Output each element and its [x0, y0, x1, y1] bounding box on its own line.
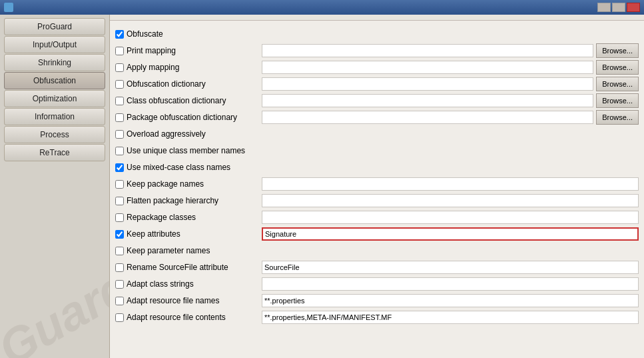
option-label-use-mixed-case-class-names[interactable]: Use mixed-case class names: [115, 163, 262, 172]
text-input-adapt-class-strings[interactable]: [262, 277, 639, 291]
text-input-apply-mapping[interactable]: [262, 61, 593, 74]
option-row-package-obfuscation-dictionary: Package obfuscation dictionaryBrowse...: [115, 110, 639, 125]
option-label-rename-sourcefile-attribute[interactable]: Rename SourceFile attribute: [115, 263, 262, 272]
options-content[interactable]: ObfuscatePrint mappingBrowse...Apply map…: [110, 21, 644, 358]
input-wrap-apply-mapping: Browse...: [262, 60, 639, 75]
option-label-overload-aggressively[interactable]: Overload aggressively: [115, 129, 262, 139]
option-row-keep-package-names: Keep package names: [115, 177, 639, 191]
option-row-apply-mapping: Apply mappingBrowse...: [115, 60, 639, 75]
option-row-rename-sourcefile-attribute: Rename SourceFile attribute: [115, 260, 639, 275]
app-icon: [4, 3, 13, 12]
minimize-button[interactable]: [597, 3, 611, 12]
input-wrap-adapt-resource-file-contents: [262, 311, 639, 324]
text-input-keep-package-names[interactable]: [262, 177, 639, 191]
option-row-adapt-resource-file-names: Adapt resource file names: [115, 293, 639, 308]
text-input-flatten-package-hierarchy[interactable]: [262, 194, 639, 207]
input-wrap-adapt-resource-file-names: [262, 294, 639, 307]
sidebar-watermark: Guard: [0, 258, 110, 358]
sidebar-item-information[interactable]: Information: [4, 108, 105, 125]
text-input-keep-attributes[interactable]: [262, 227, 639, 241]
sidebar-item-input-output[interactable]: Input/Output: [4, 36, 105, 53]
text-input-rename-sourcefile-attribute[interactable]: [262, 261, 639, 274]
browse-button-print-mapping[interactable]: Browse...: [596, 43, 639, 58]
option-row-obfuscation-dictionary: Obfuscation dictionaryBrowse...: [115, 77, 639, 91]
checkbox-flatten-package-hierarchy[interactable]: [115, 197, 124, 205]
option-row-use-mixed-case-class-names: Use mixed-case class names: [115, 160, 639, 175]
input-wrap-flatten-package-hierarchy: [262, 194, 639, 207]
title-bar: [0, 0, 644, 15]
checkbox-overload-aggressively[interactable]: [115, 130, 124, 139]
option-row-flatten-package-hierarchy: Flatten package hierarchy: [115, 193, 639, 208]
option-label-keep-attributes[interactable]: Keep attributes: [115, 229, 262, 239]
checkbox-print-mapping[interactable]: [115, 47, 124, 55]
sidebar-item-optimization[interactable]: Optimization: [4, 90, 105, 107]
maximize-button[interactable]: [612, 3, 625, 12]
option-row-print-mapping: Print mappingBrowse...: [115, 43, 639, 58]
option-row-obfuscate: Obfuscate: [115, 27, 639, 41]
sidebar-item-shrinking[interactable]: Shrinking: [4, 54, 105, 71]
checkbox-keep-package-names[interactable]: [115, 180, 124, 189]
text-input-adapt-resource-file-contents[interactable]: [262, 311, 639, 324]
option-label-obfuscate[interactable]: Obfuscate: [115, 29, 262, 39]
option-label-adapt-resource-file-contents[interactable]: Adapt resource file contents: [115, 313, 262, 322]
checkbox-keep-parameter-names[interactable]: [115, 247, 124, 255]
option-row-use-unique-class-member-names: Use unique class member names: [115, 143, 639, 158]
option-label-use-unique-class-member-names[interactable]: Use unique class member names: [115, 146, 262, 155]
browse-button-apply-mapping[interactable]: Browse...: [596, 60, 639, 75]
input-wrap-print-mapping: Browse...: [262, 43, 639, 58]
checkbox-apply-mapping[interactable]: [115, 63, 124, 72]
options-header: [110, 15, 644, 21]
input-wrap-package-obfuscation-dictionary: Browse...: [262, 110, 639, 125]
window-controls: [597, 3, 640, 12]
option-row-overload-aggressively: Overload aggressively: [115, 127, 639, 141]
checkbox-package-obfuscation-dictionary[interactable]: [115, 113, 124, 122]
option-row-keep-parameter-names: Keep parameter names: [115, 243, 639, 258]
sidebar-item-process[interactable]: Process: [4, 126, 105, 143]
checkbox-rename-sourcefile-attribute[interactable]: [115, 263, 124, 272]
text-input-repackage-classes[interactable]: [262, 211, 639, 224]
input-wrap-keep-package-names: [262, 177, 639, 191]
checkbox-adapt-resource-file-names[interactable]: [115, 297, 124, 305]
text-input-package-obfuscation-dictionary[interactable]: [262, 111, 593, 124]
option-label-keep-parameter-names[interactable]: Keep parameter names: [115, 246, 262, 255]
option-label-adapt-resource-file-names[interactable]: Adapt resource file names: [115, 296, 262, 305]
option-label-package-obfuscation-dictionary[interactable]: Package obfuscation dictionary: [115, 113, 262, 122]
checkbox-adapt-class-strings[interactable]: [115, 280, 124, 289]
checkbox-repackage-classes[interactable]: [115, 213, 124, 222]
browse-button-obfuscation-dictionary[interactable]: Browse...: [596, 77, 639, 91]
checkbox-adapt-resource-file-contents[interactable]: [115, 313, 124, 322]
browse-button-class-obfuscation-dictionary[interactable]: Browse...: [596, 93, 639, 108]
checkbox-use-mixed-case-class-names[interactable]: [115, 163, 124, 172]
sidebar-item-proguard[interactable]: ProGuard: [4, 18, 105, 35]
option-label-flatten-package-hierarchy[interactable]: Flatten package hierarchy: [115, 196, 262, 205]
option-row-keep-attributes: Keep attributes: [115, 227, 639, 241]
text-input-obfuscation-dictionary[interactable]: [262, 77, 593, 91]
option-row-adapt-resource-file-contents: Adapt resource file contents: [115, 310, 639, 325]
checkbox-keep-attributes[interactable]: [115, 230, 124, 239]
option-label-print-mapping[interactable]: Print mapping: [115, 46, 262, 55]
checkbox-use-unique-class-member-names[interactable]: [115, 147, 124, 155]
checkbox-class-obfuscation-dictionary[interactable]: [115, 97, 124, 105]
sidebar-item-obfuscation[interactable]: Obfuscation: [4, 72, 105, 89]
checkbox-obfuscation-dictionary[interactable]: [115, 80, 124, 89]
option-label-apply-mapping[interactable]: Apply mapping: [115, 63, 262, 72]
option-label-class-obfuscation-dictionary[interactable]: Class obfuscation dictionary: [115, 96, 262, 105]
browse-button-package-obfuscation-dictionary[interactable]: Browse...: [596, 110, 639, 125]
option-row-class-obfuscation-dictionary: Class obfuscation dictionaryBrowse...: [115, 93, 639, 108]
sidebar: Guard ProGuardInput/OutputShrinkingObfus…: [0, 15, 110, 358]
checkbox-obfuscate[interactable]: [115, 30, 124, 39]
option-label-obfuscation-dictionary[interactable]: Obfuscation dictionary: [115, 79, 262, 89]
text-input-class-obfuscation-dictionary[interactable]: [262, 94, 593, 107]
input-wrap-adapt-class-strings: [262, 277, 639, 291]
sidebar-item-retrace[interactable]: ReTrace: [4, 144, 105, 161]
close-button[interactable]: [627, 3, 640, 12]
input-wrap-class-obfuscation-dictionary: Browse...: [262, 93, 639, 108]
input-wrap-keep-attributes: [262, 227, 639, 241]
input-wrap-repackage-classes: [262, 211, 639, 224]
option-row-repackage-classes: Repackage classes: [115, 210, 639, 225]
option-label-adapt-class-strings[interactable]: Adapt class strings: [115, 279, 262, 289]
text-input-print-mapping[interactable]: [262, 44, 593, 57]
option-label-keep-package-names[interactable]: Keep package names: [115, 179, 262, 189]
text-input-adapt-resource-file-names[interactable]: [262, 294, 639, 307]
option-label-repackage-classes[interactable]: Repackage classes: [115, 213, 262, 222]
